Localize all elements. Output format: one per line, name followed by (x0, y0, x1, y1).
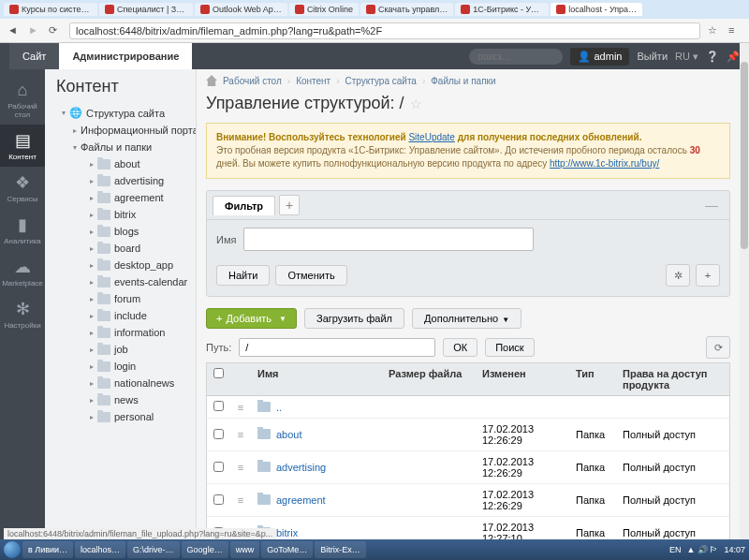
filter-tab[interactable]: Фильтр (213, 196, 275, 215)
tree-folder[interactable]: ▸agreement (45, 189, 196, 206)
tree-root[interactable]: ▾🌐Структура сайта (45, 104, 196, 122)
browser-tab[interactable]: Скачать управл… (360, 3, 453, 17)
col-modified[interactable]: Изменен (477, 363, 570, 395)
row-checkbox[interactable] (213, 401, 224, 411)
table-row[interactable]: agreement17.02.2013 12:26:29ПапкаПолный … (207, 484, 729, 517)
add-icon[interactable]: + (696, 264, 720, 287)
row-checkbox[interactable] (213, 462, 224, 472)
breadcrumb-item[interactable]: Рабочий стол (223, 76, 282, 86)
forward-icon[interactable]: ► (28, 24, 41, 37)
file-name-link[interactable]: about (276, 429, 302, 440)
add-button[interactable]: +Добавить▼ (206, 308, 297, 329)
table-row[interactable]: about17.02.2013 12:26:29ПапкаПолный дост… (207, 419, 729, 451)
col-name[interactable]: Имя (252, 363, 383, 395)
nav-marketplace[interactable]: ☁Marketplace (0, 251, 45, 293)
table-row[interactable]: advertising17.02.2013 12:26:29ПапкаПолны… (207, 451, 729, 484)
browser-tab[interactable]: 1С-Битрикс - Упр… (455, 3, 549, 17)
buy-link[interactable]: http://www.1c-bitrix.ru/buy/ (550, 158, 659, 169)
tab-site[interactable]: Сайт (9, 43, 59, 69)
upload-button[interactable]: Загрузить файл (304, 308, 404, 329)
search-button[interactable]: Поиск (485, 338, 534, 357)
logout-link[interactable]: Выйти (637, 51, 668, 62)
taskbar-item[interactable]: GoToMe… (261, 541, 313, 558)
settings-icon[interactable]: ✲ (666, 264, 690, 287)
row-menu-icon[interactable] (236, 429, 245, 440)
header-search-input[interactable] (469, 49, 563, 65)
file-name-link[interactable]: advertising (276, 462, 326, 473)
system-tray[interactable]: EN ▲ 🔊 🏳 14:07 (669, 545, 745, 554)
taskbar-item[interactable]: Google… (182, 541, 228, 558)
collapse-icon[interactable]: — (699, 198, 724, 213)
tree-folder[interactable]: ▸include (45, 307, 196, 324)
browser-tab[interactable]: Специалист | За… (99, 3, 193, 17)
col-access[interactable]: Права на доступ продукта (617, 363, 729, 395)
taskbar-item[interactable]: localhos… (75, 541, 125, 558)
ok-button[interactable]: ОК (443, 338, 477, 357)
col-size[interactable]: Размер файла (383, 363, 477, 395)
reload-icon[interactable]: ⟳ (49, 24, 62, 37)
file-name-link[interactable]: .. (276, 402, 282, 413)
path-input[interactable] (239, 338, 435, 357)
breadcrumb-item[interactable]: Контент (296, 76, 330, 86)
lang-button[interactable]: RU ▾ (675, 51, 698, 63)
select-all-checkbox[interactable] (213, 368, 224, 378)
cancel-button[interactable]: Отменить (275, 265, 346, 286)
tree-folder[interactable]: ▸forum (45, 290, 196, 307)
nav-desktop[interactable]: ⌂Рабочий стол (0, 75, 45, 125)
url-bar[interactable]: localhost:6448/bitrix/admin/fileman_admi… (69, 22, 700, 39)
breadcrumb-item[interactable]: Структура сайта (345, 76, 417, 86)
tree-folder[interactable]: ▸advertising (45, 172, 196, 189)
tree-folder[interactable]: ▸personal (45, 408, 196, 425)
scrollbar[interactable] (740, 43, 749, 539)
scroll-thumb[interactable] (741, 62, 748, 249)
tree-folder[interactable]: ▸job (45, 341, 196, 358)
file-name-link[interactable]: bitrix (276, 527, 298, 538)
tree-folder[interactable]: ▸blogs (45, 223, 196, 240)
home-icon[interactable] (206, 75, 217, 86)
table-row[interactable]: .. (207, 396, 729, 419)
tree-files[interactable]: ▾Файлы и папки (45, 139, 196, 155)
more-button[interactable]: Дополнительно▼ (412, 308, 521, 329)
tree-folder[interactable]: ▸about (45, 155, 196, 172)
tree-folder[interactable]: ▸board (45, 240, 196, 257)
tree-folder[interactable]: ▸events-calendar (45, 273, 196, 290)
tab-admin[interactable]: Администрирование (59, 43, 192, 69)
browser-tab-active[interactable]: localhost - Упра… (551, 3, 642, 17)
pin-icon[interactable]: 📌 (727, 51, 740, 63)
taskbar-item[interactable]: www (230, 541, 260, 558)
tree-portal[interactable]: ▸Информационный портал (Сайт (45, 122, 196, 139)
browser-tab[interactable]: Citrix Online (289, 3, 359, 17)
row-checkbox[interactable] (213, 494, 224, 505)
help-icon[interactable]: ❔ (706, 51, 719, 63)
taskbar-item[interactable]: G:\drive-… (127, 541, 180, 558)
taskbar-item[interactable]: Bitrix-Ex… (315, 541, 366, 558)
file-name-link[interactable]: agreement (276, 494, 326, 506)
bookmark-icon[interactable]: ☆ (708, 24, 721, 37)
favorite-icon[interactable]: ☆ (410, 96, 422, 111)
user-menu-button[interactable]: 👤admin (570, 48, 630, 66)
siteupdate-link[interactable]: SiteUpdate (408, 132, 454, 142)
row-checkbox[interactable] (213, 429, 224, 439)
tree-folder[interactable]: ▸nationalnews (45, 375, 196, 391)
nav-services[interactable]: ❖Сервисы (0, 167, 45, 209)
add-filter-tab-button[interactable]: + (279, 195, 300, 215)
browser-tab[interactable]: Курсы по систем… (4, 3, 97, 17)
start-button[interactable] (4, 541, 21, 558)
filter-name-input[interactable] (243, 228, 534, 251)
breadcrumb-item[interactable]: Файлы и папки (431, 76, 495, 86)
tree-folder[interactable]: ▸desktop_app (45, 257, 196, 273)
tree-folder[interactable]: ▸news (45, 391, 196, 408)
tree-folder[interactable]: ▸login (45, 358, 196, 375)
col-type[interactable]: Тип (570, 363, 617, 395)
nav-analytics[interactable]: ▮Аналитика (0, 209, 45, 251)
menu-icon[interactable]: ≡ (728, 24, 742, 37)
find-button[interactable]: Найти (216, 265, 270, 286)
row-menu-icon[interactable] (236, 462, 245, 473)
row-menu-icon[interactable] (236, 402, 245, 413)
nav-settings[interactable]: ✻Настройки (0, 293, 45, 335)
table-row[interactable]: bitrix17.02.2013 12:27:10ПапкаПолный дос… (207, 517, 729, 539)
tree-folder[interactable]: ▸information (45, 324, 196, 341)
nav-content[interactable]: ▤Контент (0, 125, 45, 167)
back-icon[interactable]: ◄ (7, 24, 21, 37)
taskbar-item[interactable]: в Ливии… (22, 541, 73, 558)
